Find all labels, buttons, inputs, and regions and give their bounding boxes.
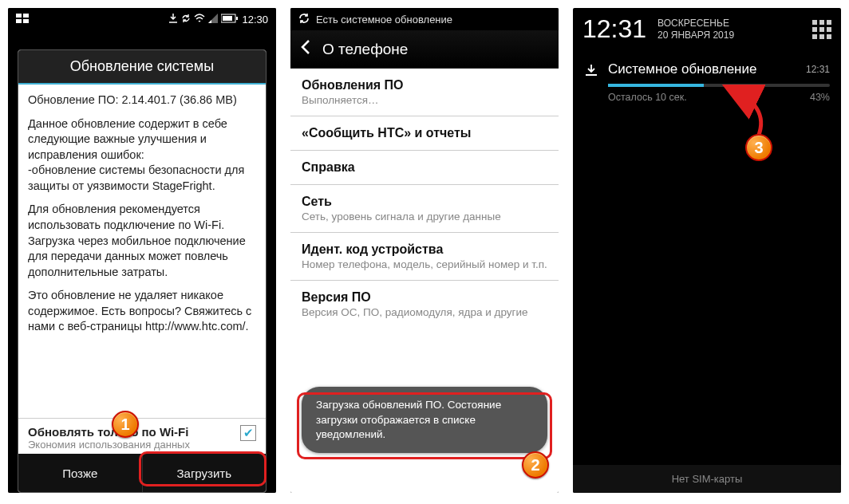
system-update-dialog: Обновление системы Обновление ПО: 2.14.4…: [18, 49, 267, 493]
statusbar-time: 12:30: [242, 14, 268, 26]
wifi-only-sub: Экономия использования данных: [28, 439, 240, 451]
svg-rect-5: [223, 16, 232, 21]
wifi-only-checkbox[interactable]: ✔: [240, 425, 256, 441]
svg-rect-7: [586, 74, 597, 76]
update-notification[interactable]: Системное обновление 12:31 Осталось 10 с…: [573, 53, 841, 109]
list-item[interactable]: «Сообщить HTC» и отчеты: [290, 116, 559, 151]
progress-bar: [608, 84, 830, 87]
phone-3: 12:31 ВОСКРЕСЕНЬЕ 20 ЯНВАРЯ 2019 Системн…: [573, 8, 841, 493]
update-para3: Это обновление не удаляет никакое содерж…: [28, 288, 256, 335]
statusbar-ticker: Есть системное обновление: [290, 8, 559, 30]
svg-rect-3: [23, 19, 29, 23]
list-item[interactable]: Справка: [290, 151, 559, 185]
svg-rect-1: [23, 14, 29, 18]
sync-icon: [298, 13, 310, 26]
dialog-body: Обновление ПО: 2.14.401.7 (36.86 МВ) Дан…: [18, 85, 266, 418]
list-item[interactable]: Идент. код устройства Номер телефона, мо…: [290, 233, 559, 281]
dialog-title: Обновление системы: [18, 50, 266, 85]
later-button[interactable]: Позже: [18, 454, 143, 492]
battery-icon: [221, 14, 239, 26]
ticker-text: Есть системное обновление: [316, 14, 452, 26]
header-title: О телефоне: [322, 41, 408, 58]
day-label: ВОСКРЕСЕНЬЕ: [657, 18, 734, 30]
wifi-icon: [194, 14, 205, 26]
quick-settings-icon[interactable]: [812, 20, 831, 39]
dialog-backdrop: Обновление системы Обновление ПО: 2.14.4…: [8, 30, 276, 493]
no-sim-label: Нет SIM-карты: [573, 465, 841, 493]
anno-badge-2: 2: [522, 451, 549, 478]
svg-rect-0: [16, 14, 22, 18]
dialog-buttons: Позже Загрузить: [18, 454, 266, 492]
notification-title: Системное обновление: [608, 61, 796, 77]
percent-label: 43%: [810, 92, 830, 103]
anno-badge-3: 3: [745, 134, 772, 161]
signal-icon: [208, 14, 218, 26]
download-icon: [584, 62, 598, 77]
date-label: 20 ЯНВАРЯ 2019: [657, 30, 734, 41]
statusbar: 12:30: [8, 8, 276, 30]
clock: 12:31: [582, 14, 646, 44]
svg-rect-2: [16, 19, 22, 23]
wifi-only-row[interactable]: Обновлять только по Wi-Fi Экономия испол…: [18, 418, 266, 454]
phone-1: 12:30 Обновление системы Обновление ПО: …: [8, 8, 276, 493]
remaining-label: Осталось 10 сек.: [608, 92, 687, 103]
back-icon[interactable]: [300, 39, 311, 59]
settings-header[interactable]: О телефоне: [290, 30, 559, 69]
update-para1: Данное обновление содержит в себе следую…: [28, 116, 256, 195]
list-item[interactable]: Версия ПО Версия ОС, ПО, радиомодуля, яд…: [290, 281, 559, 328]
progress-fill: [608, 84, 704, 87]
phone-2: Есть системное обновление О телефоне Обн…: [290, 8, 559, 493]
svg-rect-6: [236, 17, 238, 20]
notification-time: 12:31: [806, 64, 830, 75]
download-button[interactable]: Загрузить: [143, 454, 267, 492]
list-item[interactable]: Обновления ПО Выполняется…: [290, 69, 559, 116]
sync-icon: [181, 14, 191, 26]
notification-shade-header: 12:31 ВОСКРЕСЕНЬЕ 20 ЯНВАРЯ 2019: [573, 8, 841, 50]
update-version-line: Обновление ПО: 2.14.401.7 (36.86 МВ): [28, 93, 256, 108]
download-icon: [168, 14, 178, 26]
update-para2: Для обновления рекомендуется использоват…: [28, 202, 256, 280]
list-item[interactable]: Сеть Сеть, уровень сигнала и другие данн…: [290, 185, 559, 233]
windows-icon: [16, 14, 30, 26]
download-toast: Загрузка обновлений ПО. Состояние загруз…: [302, 387, 547, 453]
anno-badge-1: 1: [112, 411, 139, 438]
